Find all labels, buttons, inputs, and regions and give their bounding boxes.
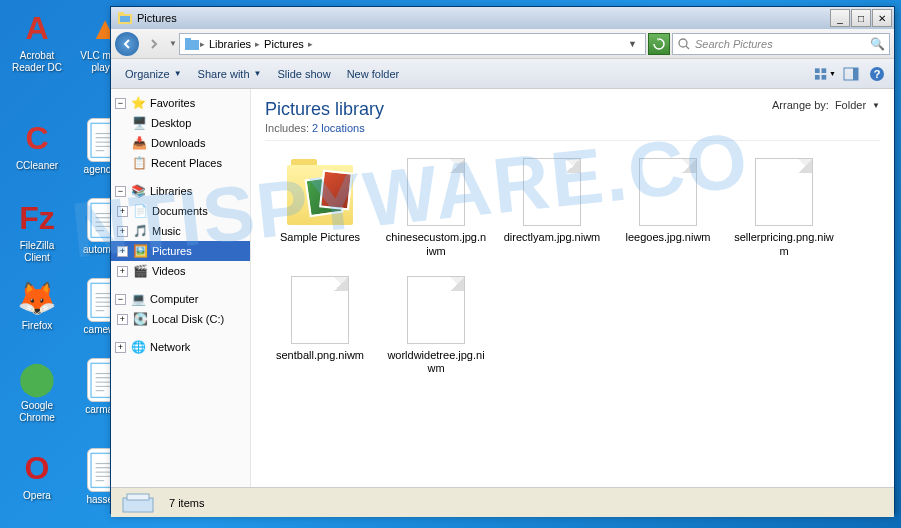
chevron-right-icon: ▸ — [308, 39, 313, 49]
folder-icon — [285, 157, 355, 227]
pictures-folder-icon — [117, 10, 133, 26]
file-icon — [523, 158, 581, 226]
address-row: ▼ ▸ Libraries ▸ Pictures ▸ ▼ Search Pict… — [111, 29, 894, 59]
locations-link[interactable]: 2 locations — [312, 122, 365, 134]
collapse-icon: − — [115, 294, 126, 305]
files-grid: Sample Pictureschinesecustom.jpg.niwmdir… — [265, 151, 880, 380]
forward-button[interactable] — [141, 32, 167, 56]
expand-icon: + — [117, 266, 128, 277]
file-label: Sample Pictures — [280, 231, 360, 245]
toolbar: Organize▼ Share with▼ Slide show New fol… — [111, 59, 894, 89]
desktop-icon-google-chrome[interactable]: ⬤Google Chrome — [6, 358, 68, 424]
expand-icon: + — [117, 206, 128, 217]
view-options-button[interactable]: ▼ — [814, 64, 836, 84]
maximize-button[interactable]: □ — [851, 9, 871, 27]
refresh-button[interactable] — [648, 33, 670, 55]
file-label: sellerpricing.png.niwm — [733, 231, 835, 259]
svg-rect-4 — [185, 38, 191, 41]
file-label: directlyam.jpg.niwm — [504, 231, 601, 245]
desktop-icon-ccleaner[interactable]: CCCleaner — [6, 118, 68, 172]
svg-rect-3 — [185, 40, 199, 50]
minimize-button[interactable]: _ — [830, 9, 850, 27]
close-button[interactable]: ✕ — [872, 9, 892, 27]
preview-pane-button[interactable] — [840, 64, 862, 84]
new-folder-button[interactable]: New folder — [339, 64, 408, 84]
titlebar[interactable]: Pictures _ □ ✕ — [111, 7, 894, 29]
desktop-icon-filezilla-client[interactable]: FzFileZilla Client — [6, 198, 68, 264]
help-icon: ? — [869, 66, 885, 82]
status-text: 7 items — [169, 497, 204, 509]
file-label: worldwidetree.jpg.niwm — [385, 349, 487, 377]
sidebar-videos[interactable]: +🎬Videos — [111, 261, 250, 281]
app-icon: O — [17, 448, 57, 488]
search-box[interactable]: Search Pictures 🔍 — [672, 33, 890, 55]
disk-icon: 💽 — [132, 311, 148, 327]
sidebar-recent[interactable]: 📋Recent Places — [111, 153, 250, 173]
history-dropdown[interactable]: ▼ — [169, 39, 177, 48]
file-item[interactable]: directlyam.jpg.niwm — [497, 151, 607, 263]
chevron-down-icon: ▼ — [254, 69, 262, 78]
sidebar-music[interactable]: +🎵Music — [111, 221, 250, 241]
page-title: Pictures library — [265, 99, 384, 120]
address-dropdown[interactable]: ▼ — [624, 39, 641, 49]
file-icon — [407, 276, 465, 344]
breadcrumb-libraries[interactable]: Libraries — [205, 38, 255, 50]
svg-line-6 — [686, 46, 689, 49]
back-button[interactable] — [115, 32, 139, 56]
computer-icon: 💻 — [130, 291, 146, 307]
network-group[interactable]: +🌐Network — [111, 337, 250, 357]
collapse-icon: − — [115, 98, 126, 109]
videos-icon: 🎬 — [132, 263, 148, 279]
desktop-icon-acrobat-reader-dc[interactable]: AAcrobat Reader DC — [6, 8, 68, 74]
slideshow-button[interactable]: Slide show — [269, 64, 338, 84]
file-item[interactable]: worldwidetree.jpg.niwm — [381, 269, 491, 381]
svg-rect-7 — [815, 68, 820, 73]
desktop-icon-firefox[interactable]: 🦊Firefox — [6, 278, 68, 332]
sidebar-local-disk[interactable]: +💽Local Disk (C:) — [111, 309, 250, 329]
status-bar: 7 items — [111, 487, 894, 517]
file-item[interactable]: sellerpricing.png.niwm — [729, 151, 839, 263]
app-icon: ⬤ — [17, 358, 57, 398]
address-bar[interactable]: ▸ Libraries ▸ Pictures ▸ ▼ — [179, 33, 646, 55]
icon-label: Opera — [23, 490, 51, 502]
file-list-pane[interactable]: Pictures library Includes: 2 locations A… — [251, 89, 894, 487]
chevron-down-icon: ▼ — [174, 69, 182, 78]
organize-menu[interactable]: Organize▼ — [117, 64, 190, 84]
share-menu[interactable]: Share with▼ — [190, 64, 270, 84]
desktop-icon-opera[interactable]: OOpera — [6, 448, 68, 502]
expand-icon: + — [117, 226, 128, 237]
file-label: chinesecustom.jpg.niwm — [385, 231, 487, 259]
libraries-icon: 📚 — [130, 183, 146, 199]
sidebar-pictures[interactable]: +🖼️Pictures — [111, 241, 250, 261]
search-go-icon[interactable]: 🔍 — [870, 37, 885, 51]
arrow-left-icon — [120, 37, 134, 51]
file-item[interactable]: leegoes.jpg.niwm — [613, 151, 723, 263]
file-icon — [291, 276, 349, 344]
file-item[interactable]: chinesecustom.jpg.niwm — [381, 151, 491, 263]
file-icon — [407, 158, 465, 226]
documents-icon: 📄 — [132, 203, 148, 219]
sidebar-desktop[interactable]: 🖥️Desktop — [111, 113, 250, 133]
file-icon — [639, 158, 697, 226]
downloads-icon: 📥 — [131, 135, 147, 151]
icon-label: Firefox — [22, 320, 53, 332]
breadcrumb-pictures[interactable]: Pictures — [260, 38, 308, 50]
computer-group[interactable]: −💻Computer — [111, 289, 250, 309]
sidebar-downloads[interactable]: 📥Downloads — [111, 133, 250, 153]
file-label: leegoes.jpg.niwm — [626, 231, 711, 245]
help-button[interactable]: ? — [866, 64, 888, 84]
icon-label: CCleaner — [16, 160, 58, 172]
page-subtitle: Includes: 2 locations — [265, 122, 384, 134]
svg-rect-2 — [120, 16, 130, 22]
arrange-by[interactable]: Arrange by: Folder ▼ — [772, 99, 880, 111]
sidebar-documents[interactable]: +📄Documents — [111, 201, 250, 221]
file-item[interactable]: sentball.png.niwm — [265, 269, 375, 381]
app-icon: 🦊 — [17, 278, 57, 318]
favorites-group[interactable]: −⭐Favorites — [111, 93, 250, 113]
pane-icon — [843, 67, 859, 81]
search-icon — [677, 37, 691, 51]
file-item[interactable]: Sample Pictures — [265, 151, 375, 263]
libraries-group[interactable]: −📚Libraries — [111, 181, 250, 201]
chevron-down-icon: ▼ — [872, 101, 880, 110]
expand-icon: + — [117, 246, 128, 257]
